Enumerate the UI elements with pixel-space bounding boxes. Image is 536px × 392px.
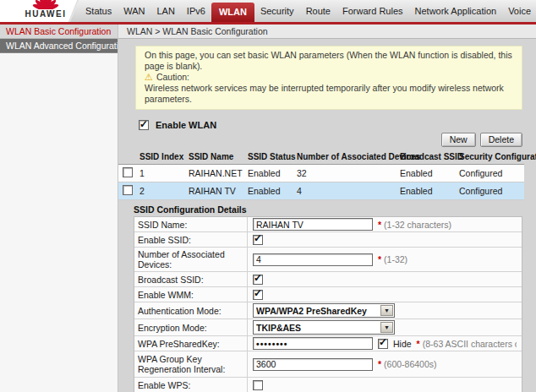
- col-broadcast-ssid: Broadcast SSID: [397, 150, 457, 165]
- cell-ssid-index: 2: [137, 182, 186, 200]
- form-row-ssid-name: SSID Name: *(1-32 characters): [134, 217, 522, 232]
- cell-broadcast-ssid: Enabled: [397, 165, 457, 182]
- encryption-mode-select[interactable]: TKIP&AES ▼: [253, 320, 395, 335]
- chevron-down-icon: ▼: [380, 322, 393, 333]
- required-mark: *: [378, 359, 381, 369]
- wpa-presharedkey-input[interactable]: [253, 337, 373, 350]
- field-label: Enable SSID:: [134, 232, 248, 247]
- breadcrumb: WLAN > WLAN Basic Configuration: [118, 24, 536, 39]
- form-row-enable-wps: Enable WPS: ✓: [134, 378, 522, 392]
- hide-password-checkbox[interactable]: ✓: [378, 339, 388, 349]
- field-label: Encryption Mode:: [134, 319, 248, 335]
- cell-ssid-name: RAIHAN.NET: [186, 165, 245, 182]
- field-label: WPA Group Key Regeneration Interval:: [134, 351, 248, 377]
- form-row-broadcast-ssid: Broadcast SSID: ✓: [134, 272, 522, 287]
- authentication-mode-select[interactable]: WPA/WPA2 PreSharedKey ▼: [253, 303, 395, 318]
- field-label: Number of Associated Devices:: [134, 248, 248, 271]
- cell-security-configuration: Configured: [457, 165, 524, 182]
- tab-label: Network Application: [415, 6, 497, 16]
- caution-label: Caution:: [156, 72, 189, 83]
- router-admin-page: Status WAN LAN IPv6 WLAN Security Route …: [0, 0, 536, 392]
- content-area: On this page, you can set basic WLAN par…: [118, 39, 536, 392]
- field-label: WPA PreSharedKey:: [134, 336, 248, 351]
- tab-lan[interactable]: LAN: [150, 0, 180, 22]
- field-label: Broadcast SSID:: [134, 272, 248, 286]
- sidebar-item-wlan-basic-configuration[interactable]: WLAN Basic Configuration: [0, 24, 118, 39]
- tab-security[interactable]: Security: [254, 0, 300, 22]
- cell-ssid-name: RAIHAN TV: [186, 182, 245, 200]
- row-select-checkbox[interactable]: ✓: [123, 167, 133, 177]
- required-mark: *: [378, 220, 381, 230]
- cell-ssid-status: Enabled: [245, 182, 294, 200]
- field-label: Enable WPS:: [134, 378, 248, 392]
- tab-route[interactable]: Route: [300, 0, 336, 22]
- notice-line-2: Wireless network services may be interru…: [145, 83, 513, 105]
- form-row-wpa-group-key-interval: WPA Group Key Regeneration Interval: *(6…: [134, 351, 522, 378]
- ssid-name-input[interactable]: [253, 218, 373, 231]
- field-hint: (600-86400s): [384, 359, 436, 369]
- enable-ssid-checkbox[interactable]: ✓: [253, 235, 263, 245]
- tab-ipv6[interactable]: IPv6: [181, 0, 211, 22]
- check-icon: ✓: [139, 121, 148, 128]
- details-title: SSID Configuration Details: [134, 204, 536, 215]
- selected-value: WPA/WPA2 PreSharedKey: [256, 306, 367, 316]
- row-select-checkbox[interactable]: ✓: [123, 185, 133, 195]
- tab-network-application[interactable]: Network Application: [409, 0, 503, 22]
- header: Status WAN LAN IPv6 WLAN Security Route …: [0, 0, 536, 22]
- enable-wmm-checkbox[interactable]: ✓: [253, 290, 263, 300]
- sidebar-item-label: WLAN Basic Configuration: [6, 26, 111, 36]
- enable-wlan-label: Enable WLAN: [156, 120, 216, 130]
- associated-devices-input[interactable]: [253, 253, 373, 266]
- required-mark: *: [378, 254, 381, 264]
- delete-button[interactable]: Delete: [480, 133, 522, 147]
- col-associated-devices: Number of Associated Devices: [294, 150, 397, 165]
- enable-wps-checkbox[interactable]: ✓: [253, 380, 263, 390]
- field-hint: (1-32): [384, 254, 407, 264]
- tab-forward-rules[interactable]: Forward Rules: [336, 0, 409, 22]
- tab-voice[interactable]: Voice: [502, 0, 536, 22]
- tab-status[interactable]: Status: [79, 0, 118, 22]
- sidebar: WLAN Basic Configuration WLAN Advanced C…: [0, 24, 118, 392]
- form-row-wpa-presharedkey: WPA PreSharedKey: ✓ Hide *(8-63 ASCII ch…: [134, 336, 522, 351]
- col-security-configuration: Security Configuration: [457, 150, 524, 165]
- cell-ssid-index: 1: [137, 165, 186, 182]
- cell-ssid-status: Enabled: [245, 165, 294, 182]
- new-button[interactable]: New: [441, 133, 476, 147]
- ssid-details-form: SSID Name: *(1-32 characters) Enable SSI…: [134, 216, 522, 392]
- field-label: Authentication Mode:: [134, 302, 248, 318]
- tab-wan[interactable]: WAN: [118, 0, 150, 22]
- sidebar-item-wlan-advanced-configuration[interactable]: WLAN Advanced Configuration: [0, 39, 118, 53]
- enable-wlan-checkbox[interactable]: ✓: [139, 120, 149, 130]
- tab-label: WLAN: [219, 7, 247, 17]
- check-icon: ✓: [254, 235, 262, 242]
- form-row-enable-wmm: Enable WMM: ✓: [134, 287, 522, 302]
- tab-wlan[interactable]: WLAN: [211, 3, 254, 22]
- field-hint: (8-63 ASCII characters or 64 hexadecimal…: [423, 339, 517, 349]
- table-row[interactable]: ✓ 1 RAIHAN.NET Enabled 32 Enabled Config…: [118, 165, 524, 182]
- check-icon: ✓: [254, 290, 262, 297]
- field-label: Enable WMM:: [134, 287, 248, 302]
- notice-line-1: On this page, you can set basic WLAN par…: [145, 50, 513, 72]
- table-actions: New Delete: [118, 133, 522, 147]
- cell-broadcast-ssid: Enabled: [397, 182, 457, 200]
- form-row-enable-ssid: Enable SSID: ✓: [134, 232, 522, 248]
- table-row[interactable]: ✓ 2 RAIHAN TV Enabled 4 Enabled Configur…: [118, 182, 524, 200]
- huawei-flower-icon: [29, 0, 63, 9]
- tab-label: WAN: [123, 6, 145, 16]
- broadcast-ssid-checkbox[interactable]: ✓: [253, 275, 263, 285]
- field-label: SSID Name:: [134, 217, 248, 231]
- sidebar-item-label: WLAN Advanced Configuration: [6, 41, 118, 51]
- col-ssid-status: SSID Status: [245, 150, 294, 165]
- ssid-table: SSID Index SSID Name SSID Status Number …: [118, 150, 524, 200]
- hide-label: Hide: [393, 339, 412, 349]
- col-ssid-index: SSID Index: [137, 150, 186, 165]
- caution-icon: ⚠: [145, 72, 153, 83]
- tab-label: Route: [306, 6, 331, 16]
- tab-label: Forward Rules: [342, 6, 403, 16]
- wpa-group-key-interval-input[interactable]: [253, 358, 373, 371]
- notice-box: On this page, you can set basic WLAN par…: [135, 46, 522, 110]
- check-icon: ✓: [379, 339, 387, 346]
- selected-value: TKIP&AES: [256, 323, 301, 333]
- huawei-logo: HUAWEI: [22, 0, 69, 19]
- required-mark: *: [417, 339, 420, 349]
